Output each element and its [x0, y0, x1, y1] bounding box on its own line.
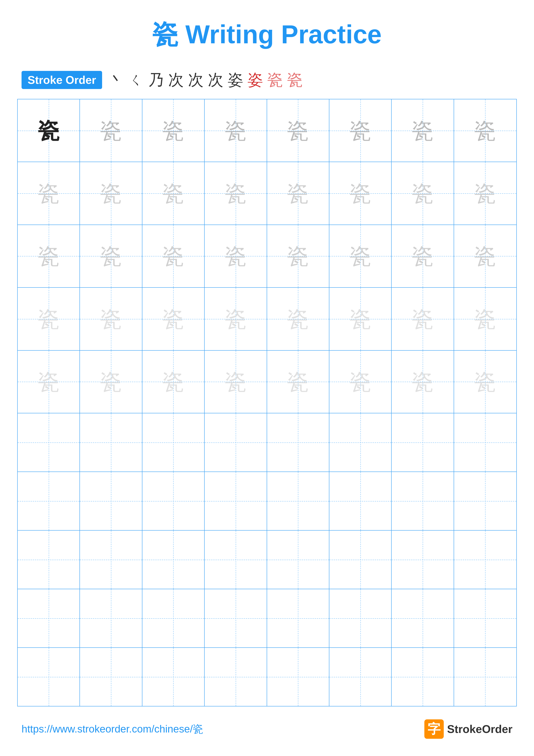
empty-cell[interactable] [392, 589, 454, 647]
empty-cell[interactable] [142, 472, 205, 530]
empty-cell[interactable] [454, 589, 516, 647]
grid-cell[interactable]: 瓷 [205, 225, 267, 287]
grid-cell[interactable]: 瓷 [18, 288, 80, 350]
empty-cell[interactable] [18, 472, 80, 530]
stroke-order-chars: 丶 ㄑ 乃 次 次 次 姿 姿 瓷 瓷 [109, 69, 303, 90]
grid-row-4: 瓷 瓷 瓷 瓷 瓷 瓷 瓷 瓷 [18, 288, 516, 350]
empty-cell[interactable] [205, 530, 267, 589]
grid-cell[interactable]: 瓷 [80, 351, 142, 413]
empty-cell[interactable] [205, 472, 267, 530]
grid-cell[interactable]: 瓷 [392, 162, 454, 224]
grid-cell[interactable]: 瓷 [205, 99, 267, 162]
grid-cell[interactable]: 瓷 [392, 225, 454, 287]
empty-cell[interactable] [454, 530, 516, 589]
grid-cell[interactable]: 瓷 [142, 351, 205, 413]
grid-cell[interactable]: 瓷 [329, 225, 392, 287]
grid-cell[interactable]: 瓷 [329, 162, 392, 224]
empty-cell[interactable] [329, 413, 392, 472]
empty-cell[interactable] [142, 589, 205, 647]
stroke-order-badge: Stroke Order [21, 71, 102, 89]
logo-icon: 字 [424, 719, 444, 739]
empty-cell[interactable] [392, 472, 454, 530]
grid-cell[interactable]: 瓷 [329, 288, 392, 350]
empty-cell[interactable] [329, 530, 392, 589]
footer: https://www.strokeorder.com/chinese/瓷 字 … [0, 719, 534, 739]
empty-cell[interactable] [392, 648, 454, 706]
empty-cell[interactable] [454, 472, 516, 530]
grid-cell[interactable]: 瓷 [142, 225, 205, 287]
grid-cell[interactable]: 瓷 [454, 162, 516, 224]
empty-cell[interactable] [205, 589, 267, 647]
empty-cell[interactable] [329, 589, 392, 647]
grid-row-5: 瓷 瓷 瓷 瓷 瓷 瓷 瓷 瓷 [18, 351, 516, 413]
empty-cell[interactable] [18, 648, 80, 706]
stroke-3: 乃 [148, 69, 164, 90]
empty-cell[interactable] [142, 530, 205, 589]
stroke-5: 次 [188, 69, 204, 90]
grid-cell[interactable]: 瓷 [205, 351, 267, 413]
grid-cell[interactable]: 瓷 [18, 162, 80, 224]
empty-cell[interactable] [18, 530, 80, 589]
stroke-10: 瓷 [287, 69, 303, 90]
grid-cell[interactable]: 瓷 [142, 162, 205, 224]
grid-cell[interactable]: 瓷 [329, 351, 392, 413]
empty-cell[interactable] [18, 589, 80, 647]
grid-cell[interactable]: 瓷 [142, 99, 205, 162]
empty-cell[interactable] [80, 413, 142, 472]
grid-cell[interactable]: 瓷 [80, 225, 142, 287]
empty-cell[interactable] [80, 530, 142, 589]
grid-row-6 [18, 413, 516, 472]
empty-cell[interactable] [205, 413, 267, 472]
empty-cell[interactable] [18, 413, 80, 472]
grid-cell[interactable]: 瓷 [18, 351, 80, 413]
grid-cell[interactable]: 瓷 [80, 162, 142, 224]
grid-cell[interactable]: 瓷 [267, 351, 329, 413]
empty-cell[interactable] [267, 589, 329, 647]
stroke-4: 次 [168, 69, 184, 90]
footer-url[interactable]: https://www.strokeorder.com/chinese/瓷 [21, 722, 203, 736]
grid-cell[interactable]: 瓷 [205, 288, 267, 350]
empty-cell[interactable] [205, 648, 267, 706]
grid-cell[interactable]: 瓷 [454, 225, 516, 287]
grid-row-9 [18, 589, 516, 648]
grid-cell[interactable]: 瓷 [267, 288, 329, 350]
grid-cell[interactable]: 瓷 [18, 225, 80, 287]
grid-cell[interactable]: 瓷 [80, 99, 142, 162]
grid-cell[interactable]: 瓷 [267, 225, 329, 287]
grid-cell[interactable]: 瓷 [329, 99, 392, 162]
grid-cell[interactable]: 瓷 [205, 162, 267, 224]
grid-cell[interactable]: 瓷 [454, 288, 516, 350]
empty-cell[interactable] [267, 472, 329, 530]
page-title: 瓷 Writing Practice [0, 0, 534, 65]
empty-cell[interactable] [454, 648, 516, 706]
grid-row-3: 瓷 瓷 瓷 瓷 瓷 瓷 瓷 瓷 [18, 225, 516, 288]
empty-cell[interactable] [80, 589, 142, 647]
empty-cell[interactable] [80, 648, 142, 706]
empty-cell[interactable] [80, 472, 142, 530]
grid-row-10 [18, 648, 516, 706]
stroke-8: 姿 [247, 69, 263, 90]
empty-cell[interactable] [454, 413, 516, 472]
empty-cell[interactable] [142, 413, 205, 472]
grid-cell[interactable]: 瓷 [392, 288, 454, 350]
grid-cell[interactable]: 瓷 [392, 351, 454, 413]
grid-cell[interactable]: 瓷 [267, 162, 329, 224]
grid-cell[interactable]: 瓷 [142, 288, 205, 350]
grid-cell[interactable]: 瓷 [267, 99, 329, 162]
empty-cell[interactable] [329, 472, 392, 530]
empty-cell[interactable] [142, 648, 205, 706]
grid-cell[interactable]: 瓷 [18, 99, 80, 162]
empty-cell[interactable] [267, 413, 329, 472]
stroke-7: 姿 [228, 69, 243, 90]
title-char: 瓷 [152, 20, 178, 49]
empty-cell[interactable] [267, 530, 329, 589]
empty-cell[interactable] [392, 530, 454, 589]
empty-cell[interactable] [329, 648, 392, 706]
empty-cell[interactable] [392, 413, 454, 472]
grid-row-2: 瓷 瓷 瓷 瓷 瓷 瓷 瓷 瓷 [18, 162, 516, 225]
grid-cell[interactable]: 瓷 [454, 351, 516, 413]
grid-cell[interactable]: 瓷 [80, 288, 142, 350]
grid-cell[interactable]: 瓷 [454, 99, 516, 162]
grid-cell[interactable]: 瓷 [392, 99, 454, 162]
empty-cell[interactable] [267, 648, 329, 706]
